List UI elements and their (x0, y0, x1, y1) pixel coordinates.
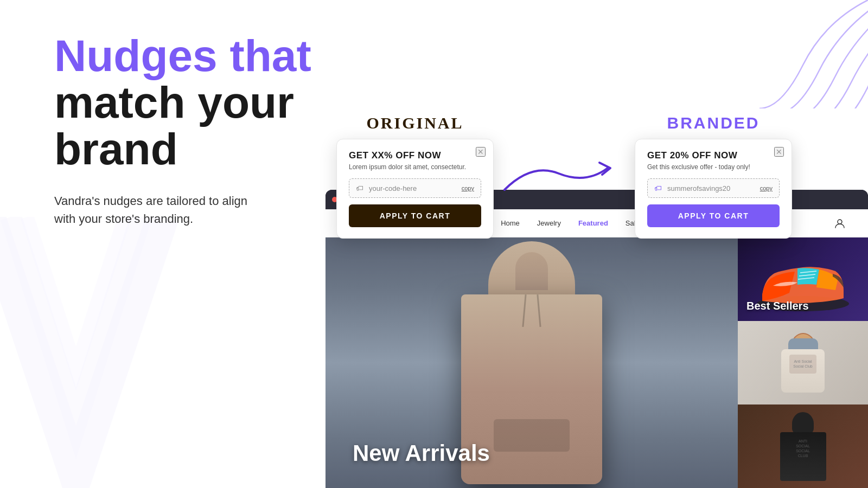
user-icon[interactable] (833, 217, 846, 230)
main-product-label: New Arrivals (353, 440, 490, 466)
bg-v-decoration (0, 217, 184, 488)
original-label: ORIGINAL (336, 114, 494, 132)
side-product-mid: Anti SocialSocial Club (738, 321, 868, 404)
nudge-apply-btn-branded[interactable]: APPLY TO CART (647, 204, 780, 227)
nudge-code-box-original: 🏷 your-code-here copy (349, 178, 481, 198)
person-black-hoodie: ANTISOCIALSOCIALCLUB (780, 412, 826, 481)
sneaker-bg: Best Sellers (738, 237, 868, 321)
hoodie-back-text: ANTISOCIALSOCIALCLUB (780, 432, 826, 465)
nudge-apply-btn-original[interactable]: APPLY TO CART (349, 204, 481, 227)
original-section: ORIGINAL ✕ GET XX% OFF NOW Lorem ipsum d… (336, 114, 494, 239)
browser-section: ORIGINAL ✕ GET XX% OFF NOW Lorem ipsum d… (315, 0, 868, 488)
drawstring-right (537, 294, 541, 327)
nav-item-jewelry[interactable]: Jewelry (537, 219, 561, 227)
nudge-subtitle-branded: Get this exclusive offer - today only! (647, 163, 780, 171)
person-white-shirt: Anti SocialSocial Club (781, 333, 825, 393)
person-mid-bg: Anti SocialSocial Club (738, 321, 868, 404)
hoodie-bg: New Arrivals (326, 237, 738, 488)
arrow-svg (499, 157, 618, 201)
nudge-title-branded: GET 20% OFF NOW (647, 150, 780, 161)
person-head-back (792, 412, 814, 435)
tag-icon-original: 🏷 (356, 184, 365, 192)
tag-icon-branded: 🏷 (654, 184, 663, 192)
side-product-bot: ANTISOCIALSOCIALCLUB (738, 404, 868, 488)
hero-text-section: Nudges that match your brand Vandra's nu… (54, 33, 326, 228)
product-grid: New Arrivals (326, 237, 868, 488)
nudge-code-text-branded: summerofsavings20 (667, 184, 760, 192)
nudge-close-original[interactable]: ✕ (476, 147, 486, 157)
branded-label: BRANDED (635, 114, 792, 132)
browser-content: New Arrivals Outerwear Footwear Home Jew… (326, 209, 868, 488)
nudge-close-branded[interactable]: ✕ (774, 147, 784, 157)
side-grid: Best Sellers (738, 237, 868, 488)
person-shirt: Anti SocialSocial Club (781, 349, 825, 393)
side-product-best-sellers: Best Sellers (738, 237, 868, 321)
nudge-card-original: ✕ GET XX% OFF NOW Lorem ipsum dolor sit … (336, 139, 494, 239)
arrow-container (499, 157, 618, 203)
hoodie-pocket (494, 419, 570, 452)
side-product-best-sellers-label: Best Sellers (746, 300, 809, 312)
main-product: New Arrivals (326, 237, 738, 488)
headline-black: match your brand (54, 79, 326, 172)
nav-item-home[interactable]: Home (501, 219, 520, 227)
nudge-copy-btn-original[interactable]: copy (462, 185, 474, 191)
nudge-card-branded: ✕ GET 20% OFF NOW Get this exclusive off… (635, 139, 792, 239)
nudge-copy-btn-branded[interactable]: copy (760, 185, 773, 191)
hoodie-hood-area (488, 241, 575, 296)
nudge-subtitle-original: Lorem ipsum dolor sit amet, consectetur. (349, 163, 481, 171)
shirt-graphic: Anti SocialSocial Club (789, 355, 816, 374)
branded-section: BRANDED ✕ GET 20% OFF NOW Get this exclu… (635, 114, 792, 239)
drawstring-left (522, 294, 526, 327)
nudge-code-box-branded: 🏷 summerofsavings20 copy (647, 178, 780, 198)
headline-colored: Nudges that (54, 33, 326, 79)
nudge-code-text-original: your-code-here (369, 184, 462, 192)
person-cap (788, 338, 818, 349)
hoodie-hood (515, 252, 548, 290)
nav-item-featured[interactable]: Featured (578, 219, 608, 227)
person-bot-bg: ANTISOCIALSOCIALCLUB (738, 404, 868, 488)
person-hoodie-back: ANTISOCIALSOCIALCLUB (780, 432, 826, 481)
hero-subtitle: Vandra's nudges are tailored to align wi… (54, 192, 282, 228)
nudge-title-original: GET XX% OFF NOW (349, 150, 481, 161)
svg-point-0 (838, 220, 842, 224)
